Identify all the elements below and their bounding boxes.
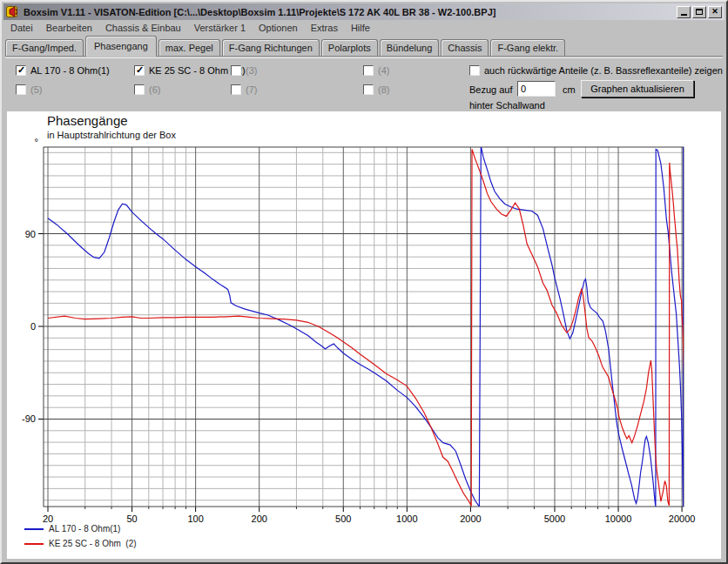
checkbox-box[interactable] [469,65,480,76]
checkbox-label: (5) [30,84,42,95]
checkbox-label: AL 170 - 8 Ohm(1) [30,65,110,76]
hinter-schallwand-label: hinter Schallwand [469,100,545,111]
tab-f-gang-imped[interactable]: F-Gang/Imped. [5,39,84,56]
titlebar[interactable]: Boxsim V1.11 - VISATON-Edition [C:\...\D… [3,3,725,20]
driver-checkbox-6[interactable]: (6) [134,84,160,95]
checkbox-label: (6) [149,84,160,95]
app-icon [6,5,20,18]
driver-checkbox-2[interactable]: KE 25 SC - 8 Ohm (2) [134,65,246,76]
svg-text:°: ° [35,137,38,147]
minimize-icon [681,14,687,16]
tab-f-gang-elektr[interactable]: F-Gang elektr. [490,39,565,56]
tab-f-gang-richtungen[interactable]: F-Gang Richtungen [222,39,320,56]
cm-unit-label: cm [563,84,576,95]
tab-bündelung[interactable]: Bündelung [380,39,440,56]
chart-panel: Phasengänge in Hauptstrahlrichtung der B… [7,111,721,559]
svg-text:1000: 1000 [396,514,417,524]
svg-text:10000: 10000 [605,514,632,524]
checkbox-box[interactable] [363,65,374,76]
checkbox-box[interactable] [16,65,26,76]
driver-checkbox-4[interactable]: (4) [363,65,389,76]
checkbox-label: (7) [246,84,257,95]
menu-item-bearbeiten[interactable]: Bearbeiten [44,22,94,34]
maximize-icon [696,9,703,15]
rear-parts-label: auch rückwärtige Anteile (z. B. Bassrefl… [484,65,723,76]
tab-polarplots[interactable]: Polarplots [321,39,378,56]
menu-item-verstärker-1[interactable]: Verstärker 1 [192,22,247,34]
svg-text:200: 200 [252,514,267,524]
driver-checkbox-5[interactable]: (5) [16,84,42,95]
controls-panel: AL 170 - 8 Ohm(1)KE 25 SC - 8 Ohm (2)(3)… [5,57,723,111]
menubar: DateiBearbeitenChassis & EinbauVerstärke… [5,22,723,36]
svg-text:100: 100 [187,514,203,524]
bezug-input[interactable] [517,81,556,97]
tabstrip: F-Gang/Imped.Phasengangmax. PegelF-Gang … [5,37,723,57]
tab-chassis[interactable]: Chassis [441,39,489,56]
svg-text:20000: 20000 [669,514,696,524]
svg-text:0: 0 [30,321,36,332]
checkbox-box[interactable] [231,84,241,95]
svg-text:500: 500 [335,514,351,524]
menu-item-chassis-einbau[interactable]: Chassis & Einbau [104,22,183,34]
rear-parts-checkbox[interactable]: auch rückwärtige Anteile (z. B. Bassrefl… [469,65,723,76]
checkbox-label: (4) [378,65,389,76]
tab-phasengang[interactable]: Phasengang [85,36,157,57]
minimize-button[interactable] [677,6,691,18]
menu-item-optionen[interactable]: Optionen [257,22,300,34]
checkbox-box[interactable] [363,84,374,95]
driver-checkbox-1[interactable]: AL 170 - 8 Ohm(1) [16,65,110,76]
bezug-auf-label: Bezug auf [469,84,513,95]
svg-text:5000: 5000 [544,514,565,524]
driver-checkbox-8[interactable]: (8) [363,84,389,95]
checkbox-label: (8) [378,84,389,95]
svg-text:2000: 2000 [460,514,481,524]
tab-max-pegel[interactable]: max. Pegel [158,39,220,56]
driver-checkbox-3[interactable]: (3) [231,65,257,76]
svg-text:90: 90 [25,229,36,239]
checkbox-box[interactable] [16,84,26,95]
legend-line-red-icon [24,543,44,545]
legend-line-blue-icon [24,528,44,530]
menu-item-datei[interactable]: Datei [9,22,35,34]
svg-text:-90: -90 [22,413,36,424]
driver-checkbox-7[interactable]: (7) [231,84,257,95]
checkbox-box[interactable] [134,65,145,76]
menu-item-hilfe[interactable]: Hilfe [349,22,372,34]
menu-item-extras[interactable]: Extras [309,22,340,34]
checkbox-box[interactable] [231,65,241,76]
legend-label: AL 170 - 8 Ohm(1) [49,524,120,534]
maximize-button[interactable] [692,6,706,18]
window-title: Boxsim V1.11 - VISATON-Edition [C:\...\D… [24,7,673,17]
close-icon: ✕ [711,8,718,16]
legend-item-al170: AL 170 - 8 Ohm(1) [24,521,137,536]
close-button[interactable]: ✕ [708,6,722,18]
app-window: Boxsim V1.11 - VISATON-Edition [C:\...\D… [0,0,728,564]
legend-label: KE 25 SC - 8 Ohm (2) [49,539,137,548]
legend-item-ke25: KE 25 SC - 8 Ohm (2) [24,536,137,551]
checkbox-label: (3) [246,65,257,76]
phase-chart: 20501002005001000200050001000020000900-9… [7,111,721,559]
chart-legend: AL 170 - 8 Ohm(1) KE 25 SC - 8 Ohm (2) [24,521,137,551]
update-graph-button[interactable]: Graphen aktualisieren [581,80,694,97]
checkbox-box[interactable] [134,84,145,95]
